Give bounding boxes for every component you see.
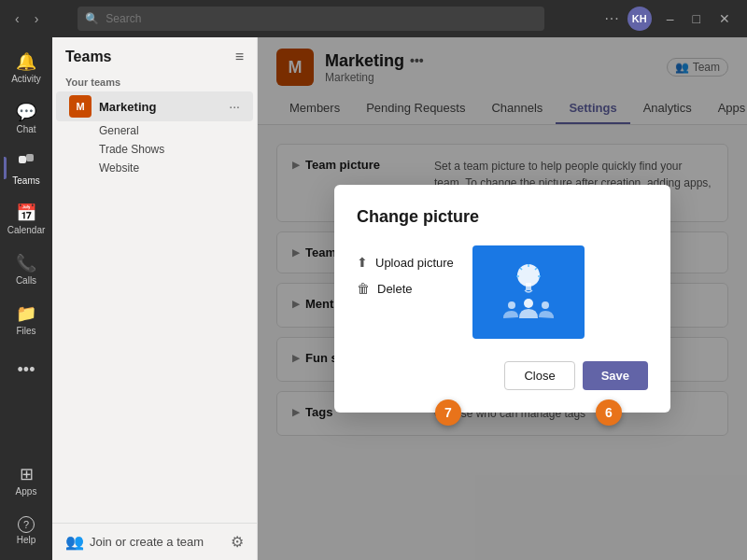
forward-button[interactable]: › [29,9,45,28]
your-teams-label: Your teams [52,73,257,91]
search-input[interactable] [78,7,544,31]
channel-trade-shows[interactable]: Trade Shows [56,140,253,159]
chat-icon: 💬 [16,102,36,122]
apps-label: Apps [16,486,37,497]
svg-rect-1 [26,154,34,161]
help-label: Help [17,535,36,545]
rail-item-chat[interactable]: 💬 Chat [4,93,49,142]
window-controls: – □ ✕ [659,9,738,28]
sidebar-menu-icon[interactable]: ≡ [235,49,244,65]
join-team-icon: 👥 [65,533,84,551]
team-icon-preview [472,245,585,339]
upload-label: Upload picture [375,256,454,270]
user-avatar[interactable]: KH [627,7,652,31]
modal-title: Change picture [357,207,648,227]
change-picture-modal: Change picture ⬆ Upload picture 🗑 Delete [334,185,670,413]
close-button[interactable]: ✕ [712,9,738,28]
rail-item-calendar[interactable]: 📅 Calendar [4,194,49,243]
apps-icon: ⊞ [20,464,34,484]
team-avatar-small: M [69,95,92,118]
rail-item-activity[interactable]: 🔔 Activity [4,43,49,91]
activity-icon: 🔔 [16,51,36,72]
join-team-link[interactable]: 👥 Join or create a team [65,533,204,551]
modal-footer: Close Save [357,361,648,390]
calls-label: Calls [16,275,36,286]
back-button[interactable]: ‹ [9,9,25,28]
save-button-modal[interactable]: Save [583,361,648,390]
rail-item-more[interactable]: ••• [4,345,49,394]
sidebar-title: Teams [65,49,112,65]
join-team-label: Join or create a team [90,535,204,549]
help-icon: ? [18,516,35,533]
delete-picture-action[interactable]: 🗑 Delete [357,281,454,296]
title-bar-right: ··· KH – □ ✕ [604,7,738,31]
app-body: 🔔 Activity 💬 Chat Teams 📅 Calendar 📞 Cal… [0,37,747,560]
team-options-dots[interactable]: ··· [229,99,240,114]
minimize-button[interactable]: – [659,9,682,28]
calendar-label: Calendar [7,225,46,235]
nav-buttons: ‹ › [9,9,44,28]
sidebar-settings-icon[interactable]: ⚙ [231,533,244,551]
rail-item-files[interactable]: 📁 Files [4,295,49,343]
svg-rect-0 [19,156,26,163]
main-content: M Marketing ••• Marketing 👥 Team Members… [258,37,747,560]
svg-point-3 [524,299,533,308]
chat-label: Chat [16,124,35,134]
modal-overlay: Change picture ⬆ Upload picture 🗑 Delete [258,37,747,560]
files-label: Files [16,326,35,336]
rail-item-calls[interactable]: 📞 Calls [4,245,49,293]
step-7-number: 7 [444,405,452,420]
sidebar-header: Teams ≡ [52,37,257,73]
title-bar: ‹ › 🔍 ··· KH – □ ✕ [0,0,747,37]
delete-label: Delete [377,282,413,296]
modal-actions: ⬆ Upload picture 🗑 Delete [357,245,454,296]
upload-picture-action[interactable]: ⬆ Upload picture [357,255,454,270]
maximize-button[interactable]: □ [685,9,708,28]
team-name-sidebar: Marketing [99,100,156,114]
rail-item-help[interactable]: ? Help [4,506,49,554]
files-icon: 📁 [16,303,36,324]
close-button-modal[interactable]: Close [504,361,574,390]
search-icon: 🔍 [85,12,99,25]
upload-icon: ⬆ [357,255,368,270]
active-indicator [4,157,7,179]
left-rail: 🔔 Activity 💬 Chat Teams 📅 Calendar 📞 Cal… [0,37,52,560]
calls-icon: 📞 [16,253,36,273]
step-badge-6: 6 [596,399,622,426]
teams-icon [17,150,35,174]
channel-general[interactable]: General [56,121,253,140]
sidebar-footer: 👥 Join or create a team ⚙ [52,523,257,560]
svg-point-5 [542,301,549,309]
rail-item-teams[interactable]: Teams [4,144,49,192]
activity-label: Activity [11,74,41,84]
calendar-icon: 📅 [16,203,36,223]
modal-body: ⬆ Upload picture 🗑 Delete [357,245,648,339]
svg-point-4 [508,301,515,309]
rail-item-apps[interactable]: ⊞ Apps [4,455,49,504]
channel-website[interactable]: Website [56,159,253,177]
search-bar: 🔍 [78,7,544,31]
step-badge-7: 7 [435,399,461,426]
step-6-number: 6 [605,405,613,420]
sidebar: Teams ≡ Your teams M Marketing ··· Gener… [52,37,258,560]
marketing-team-item[interactable]: M Marketing ··· [56,91,253,121]
more-icon: ••• [18,360,35,380]
more-dots[interactable]: ··· [604,10,619,27]
delete-icon: 🗑 [357,281,370,296]
teams-label: Teams [12,175,39,186]
